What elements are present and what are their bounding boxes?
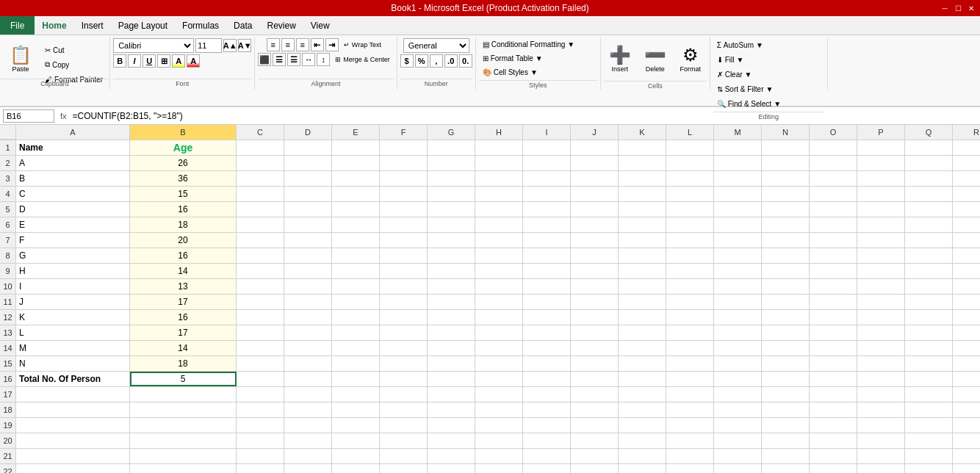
merge-center-button[interactable]: ⊞ Merge & Center: [331, 53, 394, 66]
cell-b15[interactable]: 18: [130, 356, 237, 371]
cell-a13[interactable]: L: [16, 325, 130, 340]
cell-a16[interactable]: Total No. Of Person: [16, 372, 130, 386]
align-center-button[interactable]: ☰: [273, 53, 286, 66]
ltr-button[interactable]: ↕: [317, 53, 330, 66]
col-header-o[interactable]: O: [810, 125, 857, 140]
col-header-l[interactable]: L: [666, 125, 714, 140]
formula-input[interactable]: =COUNTIF(B2:B15, ">=18"): [73, 111, 977, 121]
align-top-center-button[interactable]: ≡: [281, 38, 295, 51]
cell-o1[interactable]: [810, 140, 857, 155]
number-format-select[interactable]: General: [403, 38, 469, 53]
cell-a6[interactable]: E: [16, 217, 130, 232]
formulas-menu-item[interactable]: Formulas: [175, 16, 226, 35]
cell-b10[interactable]: 13: [130, 279, 237, 294]
comma-button[interactable]: ,: [430, 54, 443, 68]
cell-p1[interactable]: [857, 140, 905, 155]
col-header-e[interactable]: E: [332, 125, 380, 140]
increase-indent-button[interactable]: ⇥: [325, 38, 339, 51]
cell-q1[interactable]: [905, 140, 953, 155]
cell-a10[interactable]: I: [16, 279, 130, 294]
cell-a4[interactable]: C: [16, 187, 130, 201]
col-header-j[interactable]: J: [571, 125, 619, 140]
align-top-right-button[interactable]: ≡: [296, 38, 309, 51]
cell-c1[interactable]: [237, 140, 284, 155]
restore-icon[interactable]: ☐: [952, 2, 964, 14]
col-header-g[interactable]: G: [428, 125, 475, 140]
col-header-c[interactable]: C: [237, 125, 284, 140]
clear-button[interactable]: ✗ Clear ▼: [713, 68, 756, 81]
home-menu-item[interactable]: Home: [35, 16, 73, 35]
cell-a1[interactable]: Name: [16, 140, 130, 155]
insert-menu-item[interactable]: Insert: [74, 16, 111, 35]
col-header-f[interactable]: F: [380, 125, 428, 140]
cell-b13[interactable]: 17: [130, 325, 237, 340]
col-header-q[interactable]: Q: [905, 125, 953, 140]
percent-button[interactable]: %: [415, 54, 428, 68]
col-header-m[interactable]: M: [714, 125, 762, 140]
cell-e1[interactable]: [332, 140, 380, 155]
page-layout-menu-item[interactable]: Page Layout: [111, 16, 175, 35]
underline-button[interactable]: U: [143, 54, 156, 68]
font-size-input[interactable]: [195, 38, 222, 53]
cell-m1[interactable]: [714, 140, 762, 155]
col-header-d[interactable]: D: [284, 125, 332, 140]
align-left-button[interactable]: ⬛: [258, 53, 271, 66]
decrease-decimal-button[interactable]: .0: [444, 54, 458, 68]
cell-c2[interactable]: [237, 156, 284, 170]
col-header-k[interactable]: K: [619, 125, 666, 140]
col-header-p[interactable]: P: [857, 125, 905, 140]
cell-b9[interactable]: 14: [130, 264, 237, 278]
autosum-button[interactable]: Σ AutoSum ▼: [713, 38, 767, 51]
cell-b16[interactable]: 5: [130, 372, 237, 386]
cell-b6[interactable]: 18: [130, 217, 237, 232]
cell-a7[interactable]: F: [16, 233, 130, 248]
cell-f1[interactable]: [380, 140, 428, 155]
file-menu-item[interactable]: File: [0, 16, 35, 35]
col-header-i[interactable]: I: [523, 125, 571, 140]
cell-i1[interactable]: [523, 140, 571, 155]
cell-b2[interactable]: 26: [130, 156, 237, 170]
cell-b4[interactable]: 15: [130, 187, 237, 201]
cell-k1[interactable]: [619, 140, 666, 155]
format-table-button[interactable]: ⊞ Format Table ▼: [479, 52, 547, 65]
delete-button[interactable]: ➖ Delete: [639, 38, 671, 79]
close-icon[interactable]: ✕: [965, 2, 977, 14]
cell-b14[interactable]: 14: [130, 341, 237, 355]
cell-b3[interactable]: 36: [130, 171, 237, 186]
currency-button[interactable]: $: [400, 54, 414, 68]
cell-g1[interactable]: [428, 140, 475, 155]
cell-a8[interactable]: G: [16, 248, 130, 263]
italic-button[interactable]: I: [128, 54, 141, 68]
cut-button[interactable]: ✂ Cut: [41, 43, 107, 57]
insert-button[interactable]: ➕ Insert: [604, 38, 636, 79]
copy-button[interactable]: ⧉ Copy: [41, 58, 107, 71]
cell-styles-button[interactable]: 🎨 Cell Styles ▼: [479, 66, 541, 79]
find-select-button[interactable]: 🔍 Find & Select ▼: [713, 97, 785, 110]
format-button[interactable]: ⚙ Format: [674, 38, 707, 79]
align-top-left-button[interactable]: ≡: [267, 38, 280, 51]
cell-reference-input[interactable]: [3, 109, 54, 123]
fill-button[interactable]: ⬇ Fill ▼: [713, 53, 748, 66]
minimize-icon[interactable]: ─: [939, 2, 951, 14]
border-button[interactable]: ⊞: [157, 54, 170, 68]
wrap-text-button[interactable]: ↵ Wrap Text: [340, 38, 385, 51]
cell-d1[interactable]: [284, 140, 332, 155]
paste-button[interactable]: 📋 Paste: [3, 38, 38, 79]
cell-l1[interactable]: [666, 140, 714, 155]
review-menu-item[interactable]: Review: [259, 16, 303, 35]
cell-a5[interactable]: D: [16, 202, 130, 217]
cell-a12[interactable]: K: [16, 310, 130, 325]
sort-filter-button[interactable]: ⇅ Sort & Filter ▼: [713, 82, 777, 95]
cell-b11[interactable]: 17: [130, 295, 237, 309]
cell-b7[interactable]: 20: [130, 233, 237, 248]
bold-button[interactable]: B: [113, 54, 126, 68]
fill-color-button[interactable]: A: [172, 54, 185, 68]
data-menu-item[interactable]: Data: [226, 16, 259, 35]
cell-b1[interactable]: Age: [130, 140, 237, 155]
cell-a2[interactable]: A: [16, 156, 130, 170]
cell-h1[interactable]: [475, 140, 523, 155]
col-header-n[interactable]: N: [762, 125, 810, 140]
cell-n1[interactable]: [762, 140, 810, 155]
col-header-r[interactable]: R: [953, 125, 980, 140]
cell-b5[interactable]: 16: [130, 202, 237, 217]
